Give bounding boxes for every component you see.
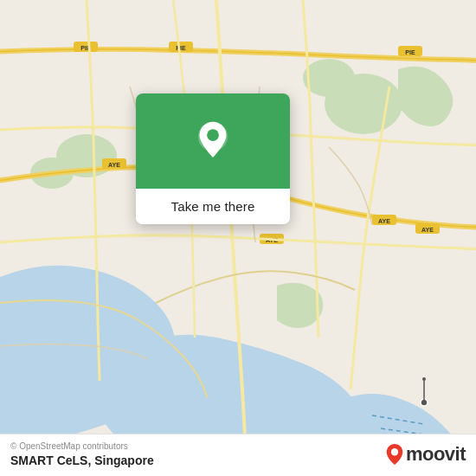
svg-text:AYE: AYE	[108, 162, 120, 168]
bottom-bar: © OpenStreetMap contributors SMART CeLS,…	[0, 434, 476, 476]
svg-text:AYE: AYE	[378, 218, 390, 224]
map-container: PIE PIE PIE AYE AYE AYE AYE	[0, 0, 476, 476]
svg-text:PIE: PIE	[176, 45, 186, 51]
svg-point-26	[207, 129, 219, 141]
moovit-logo[interactable]: moovit	[385, 443, 466, 466]
map-background: PIE PIE PIE AYE AYE AYE AYE	[0, 0, 476, 476]
popup-green-area	[136, 93, 290, 189]
location-text: SMART CeLS, Singapore	[10, 453, 154, 467]
svg-point-24	[422, 377, 426, 381]
moovit-pin-icon	[385, 443, 404, 466]
svg-point-27	[391, 448, 398, 455]
svg-point-5	[303, 59, 355, 97]
bottom-left: © OpenStreetMap contributors SMART CeLS,…	[10, 441, 154, 467]
take-me-there-button[interactable]: Take me there	[136, 189, 290, 224]
copyright-text: © OpenStreetMap contributors	[10, 441, 154, 451]
location-pin-icon	[192, 120, 234, 162]
svg-text:PIE: PIE	[405, 49, 415, 55]
svg-text:AYE: AYE	[421, 227, 434, 233]
popup-card: Take me there	[136, 93, 290, 224]
moovit-wordmark: moovit	[406, 443, 466, 466]
